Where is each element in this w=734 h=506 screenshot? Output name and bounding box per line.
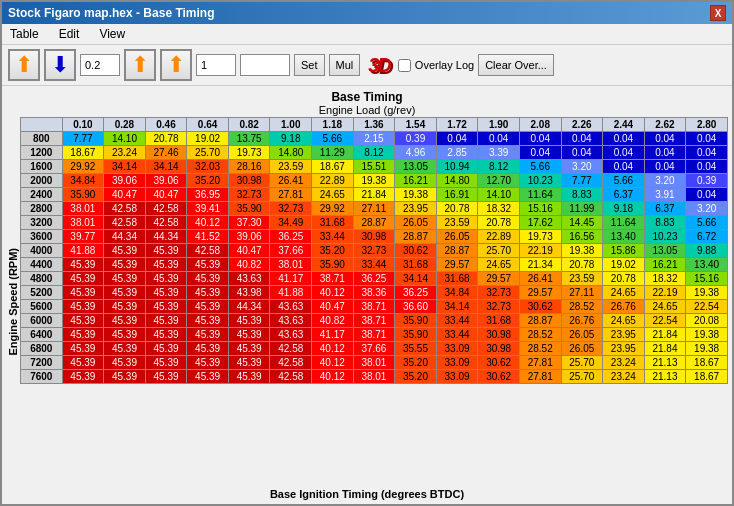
cell-r16-c2[interactable]: 45.39	[145, 356, 187, 370]
cell-r7-c9[interactable]: 26.05	[436, 230, 478, 244]
cell-r3-c13[interactable]: 5.66	[603, 174, 645, 188]
cell-r11-c12[interactable]: 27.11	[561, 286, 603, 300]
cell-r9-c13[interactable]: 19.02	[603, 258, 645, 272]
cell-r9-c5[interactable]: 38.01	[270, 258, 312, 272]
cell-r16-c6[interactable]: 40.12	[312, 356, 354, 370]
cell-r10-c13[interactable]: 20.78	[603, 272, 645, 286]
cell-r15-c14[interactable]: 21.84	[644, 342, 686, 356]
cell-r15-c6[interactable]: 40.12	[312, 342, 354, 356]
cell-r1-c14[interactable]: 0.04	[644, 146, 686, 160]
cell-r7-c15[interactable]: 6.72	[686, 230, 728, 244]
cell-r8-c5[interactable]: 37.66	[270, 244, 312, 258]
cell-r17-c12[interactable]: 25.70	[561, 370, 603, 384]
cell-r12-c5[interactable]: 43.63	[270, 300, 312, 314]
cell-r11-c8[interactable]: 36.25	[395, 286, 437, 300]
cell-r6-c7[interactable]: 28.87	[353, 216, 395, 230]
cell-r2-c15[interactable]: 0.04	[686, 160, 728, 174]
cell-r11-c5[interactable]: 41.88	[270, 286, 312, 300]
cell-r16-c5[interactable]: 42.58	[270, 356, 312, 370]
cell-r1-c15[interactable]: 0.04	[686, 146, 728, 160]
cell-r1-c11[interactable]: 0.04	[519, 146, 561, 160]
cell-r11-c7[interactable]: 38.36	[353, 286, 395, 300]
cell-r1-c9[interactable]: 2.85	[436, 146, 478, 160]
cell-r3-c2[interactable]: 39.06	[145, 174, 187, 188]
cell-r5-c0[interactable]: 38.01	[62, 202, 104, 216]
cell-r7-c2[interactable]: 44.34	[145, 230, 187, 244]
cell-r1-c0[interactable]: 18.67	[62, 146, 104, 160]
cell-r11-c2[interactable]: 45.39	[145, 286, 187, 300]
cell-r6-c6[interactable]: 31.68	[312, 216, 354, 230]
cell-r5-c4[interactable]: 35.90	[228, 202, 270, 216]
cell-r10-c15[interactable]: 15.16	[686, 272, 728, 286]
cell-r4-c11[interactable]: 11.64	[519, 188, 561, 202]
cell-r15-c3[interactable]: 45.39	[187, 342, 229, 356]
cell-r2-c9[interactable]: 10.94	[436, 160, 478, 174]
cell-r13-c4[interactable]: 45.39	[228, 314, 270, 328]
cell-r1-c12[interactable]: 0.04	[561, 146, 603, 160]
cell-r5-c3[interactable]: 39.41	[187, 202, 229, 216]
menu-table[interactable]: Table	[6, 26, 43, 42]
cell-r1-c5[interactable]: 14.80	[270, 146, 312, 160]
cell-r15-c4[interactable]: 45.39	[228, 342, 270, 356]
cell-r16-c11[interactable]: 27.81	[519, 356, 561, 370]
cell-r7-c0[interactable]: 39.77	[62, 230, 104, 244]
cell-r17-c14[interactable]: 21.13	[644, 370, 686, 384]
cell-r4-c3[interactable]: 36.95	[187, 188, 229, 202]
right-arrow2-button[interactable]: ⬆	[160, 49, 192, 81]
cell-r0-c9[interactable]: 0.04	[436, 132, 478, 146]
cell-r14-c8[interactable]: 35.90	[395, 328, 437, 342]
cell-r7-c10[interactable]: 22.89	[478, 230, 520, 244]
cell-r1-c4[interactable]: 19.73	[228, 146, 270, 160]
cell-r9-c11[interactable]: 21.34	[519, 258, 561, 272]
cell-r11-c1[interactable]: 45.39	[104, 286, 146, 300]
cell-r4-c15[interactable]: 0.04	[686, 188, 728, 202]
cell-r3-c9[interactable]: 14.80	[436, 174, 478, 188]
cell-r0-c13[interactable]: 0.04	[603, 132, 645, 146]
cell-r17-c6[interactable]: 40.12	[312, 370, 354, 384]
cell-r13-c14[interactable]: 22.54	[644, 314, 686, 328]
cell-r3-c1[interactable]: 39.06	[104, 174, 146, 188]
cell-r3-c4[interactable]: 30.98	[228, 174, 270, 188]
cell-r4-c4[interactable]: 32.73	[228, 188, 270, 202]
cell-r14-c2[interactable]: 45.39	[145, 328, 187, 342]
cell-r0-c8[interactable]: 0.39	[395, 132, 437, 146]
cell-r12-c2[interactable]: 45.39	[145, 300, 187, 314]
cell-r12-c0[interactable]: 45.39	[62, 300, 104, 314]
cell-r16-c4[interactable]: 45.39	[228, 356, 270, 370]
cell-r13-c1[interactable]: 45.39	[104, 314, 146, 328]
cell-r8-c2[interactable]: 45.39	[145, 244, 187, 258]
cell-r17-c7[interactable]: 38.01	[353, 370, 395, 384]
cell-r17-c2[interactable]: 45.39	[145, 370, 187, 384]
cell-r4-c0[interactable]: 35.90	[62, 188, 104, 202]
cell-r4-c13[interactable]: 6.37	[603, 188, 645, 202]
cell-r8-c4[interactable]: 40.47	[228, 244, 270, 258]
cell-r5-c1[interactable]: 42.58	[104, 202, 146, 216]
cell-r6-c2[interactable]: 42.58	[145, 216, 187, 230]
cell-r13-c9[interactable]: 33.44	[436, 314, 478, 328]
cell-r0-c7[interactable]: 2.15	[353, 132, 395, 146]
cell-r17-c10[interactable]: 30.62	[478, 370, 520, 384]
set-button[interactable]: Set	[294, 54, 325, 76]
cell-r6-c15[interactable]: 5.66	[686, 216, 728, 230]
cell-r0-c2[interactable]: 20.78	[145, 132, 187, 146]
cell-r6-c11[interactable]: 17.62	[519, 216, 561, 230]
cell-r10-c9[interactable]: 31.68	[436, 272, 478, 286]
cell-r14-c11[interactable]: 28.52	[519, 328, 561, 342]
cell-r13-c8[interactable]: 35.90	[395, 314, 437, 328]
cell-r14-c5[interactable]: 43.63	[270, 328, 312, 342]
value2-input[interactable]	[196, 54, 236, 76]
cell-r10-c10[interactable]: 29.57	[478, 272, 520, 286]
right-arrow1-button[interactable]: ⬆	[124, 49, 156, 81]
cell-r9-c3[interactable]: 45.39	[187, 258, 229, 272]
cell-r5-c14[interactable]: 6.37	[644, 202, 686, 216]
cell-r12-c3[interactable]: 45.39	[187, 300, 229, 314]
cell-r1-c7[interactable]: 8.12	[353, 146, 395, 160]
cell-r14-c6[interactable]: 41.17	[312, 328, 354, 342]
cell-r8-c8[interactable]: 30.62	[395, 244, 437, 258]
cell-r0-c10[interactable]: 0.04	[478, 132, 520, 146]
cell-r10-c0[interactable]: 45.39	[62, 272, 104, 286]
cell-r12-c14[interactable]: 24.65	[644, 300, 686, 314]
cell-r14-c9[interactable]: 33.44	[436, 328, 478, 342]
cell-r17-c9[interactable]: 33.09	[436, 370, 478, 384]
cell-r3-c3[interactable]: 35.20	[187, 174, 229, 188]
